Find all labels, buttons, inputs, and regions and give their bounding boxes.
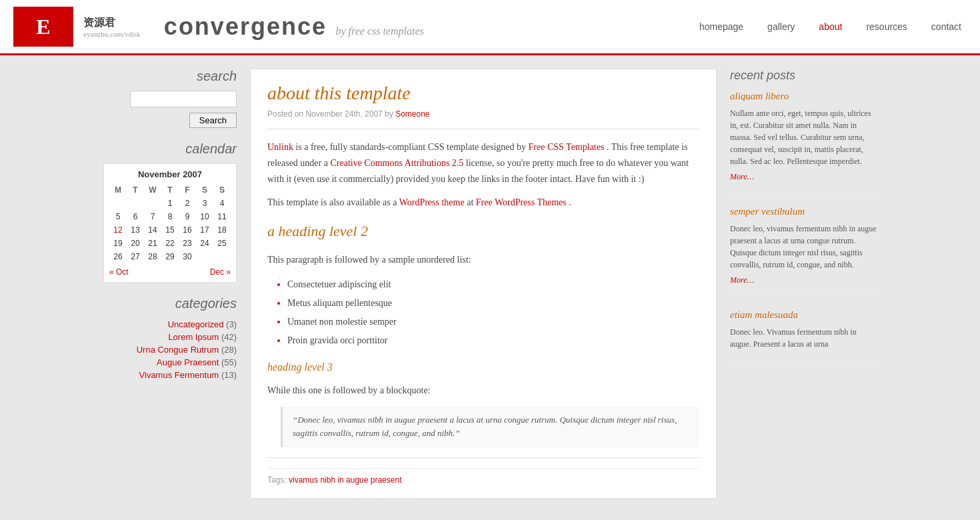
search-section: search Search <box>103 69 237 128</box>
list-item: Metus aliquam pellentesque <box>287 294 699 313</box>
calendar-nav: « Oct Dec » <box>109 267 231 277</box>
cal-day-link[interactable]: 12 <box>113 225 122 235</box>
category-count: (13) <box>221 370 237 380</box>
logo-icon: E <box>13 7 73 47</box>
cal-header-w: W <box>144 183 161 197</box>
cal-prev-link[interactable]: « Oct <box>109 267 129 277</box>
list-item: Lorem Ipsum (42) <box>103 331 237 343</box>
category-count: (3) <box>226 319 237 329</box>
wordpress-paragraph: This template is also available as a Wor… <box>267 195 699 211</box>
category-link[interactable]: Lorem Ipsum <box>168 332 219 342</box>
recent-post-item: aliquam libero Nullam ante orci, eget, t… <box>730 91 877 193</box>
logo-url: eyunzhu.com/vdisk <box>83 30 141 38</box>
tags-link[interactable]: vivamus nibh in augue praesent <box>289 475 401 485</box>
recent-post-link[interactable]: aliquam libero <box>730 91 789 101</box>
calendar-month: November 2007 <box>109 169 231 179</box>
category-link[interactable]: Augue Praesent <box>157 357 219 367</box>
nav-about[interactable]: about <box>813 18 847 35</box>
logo-text: 资源君 eyunzhu.com/vdisk <box>83 16 141 38</box>
recent-posts-title: recent posts <box>730 69 877 83</box>
category-link[interactable]: Urna Congue Rutrum <box>137 345 219 355</box>
list-item: Urna Congue Rutrum (28) <box>103 343 237 356</box>
site-subtitle: by free css templates <box>335 25 423 37</box>
cal-next-link[interactable]: Dec » <box>210 267 231 277</box>
search-box: Search <box>103 91 237 128</box>
categories-title: categories <box>103 296 237 311</box>
main-nav: homepage gallery about resources contact <box>694 18 967 35</box>
site-title-area: convergence by free css templates <box>164 13 424 41</box>
blockquote: “Donec leo, vivamus nibh in augue praese… <box>281 407 699 448</box>
post-body: Unlink is a free, fully standards-compli… <box>267 139 699 447</box>
category-link[interactable]: Uncategorized <box>168 319 224 329</box>
recent-post-title: aliquam libero <box>730 91 877 102</box>
recent-post-excerpt: Donec leo. Vivamus fermentum nibh in aug… <box>730 326 877 350</box>
calendar-title: calendar <box>103 141 237 157</box>
search-input[interactable] <box>130 91 237 107</box>
heading-level3: heading level 3 <box>267 358 699 376</box>
recent-post-title: etiam malesuada <box>730 309 877 321</box>
list-item: Augue Praesent (55) <box>103 356 237 369</box>
post-meta-text: Posted on November 24th, 2007 by <box>267 109 393 119</box>
list-item: Uncategorized (3) <box>103 318 237 331</box>
nav-contact[interactable]: contact <box>926 18 967 35</box>
sidebar-left: search Search calendar November 2007 M T… <box>103 69 237 499</box>
wordpress-theme-link[interactable]: WordPress theme <box>399 197 465 207</box>
cal-row: 5 6 7 8 9 10 11 <box>109 210 231 223</box>
creative-commons-link[interactable]: Creative Commons Attributions 2.5 <box>330 158 463 168</box>
post-title: about this template <box>267 83 699 104</box>
intro-paragraph: Unlink is a free, fully standards-compli… <box>267 139 699 187</box>
calendar-section: calendar November 2007 M T W T F S S <box>103 141 237 283</box>
calendar: November 2007 M T W T F S S <box>103 163 237 283</box>
cal-row: 19 20 21 22 23 24 25 <box>109 237 231 250</box>
category-count: (55) <box>221 357 237 367</box>
sample-list: Consectetuer adipiscing elit Metus aliqu… <box>287 275 699 349</box>
logo-area: E 资源君 eyunzhu.com/vdisk convergence by f… <box>13 7 424 47</box>
nav-gallery[interactable]: gallery <box>762 18 800 35</box>
cal-header-f: F <box>179 183 196 197</box>
search-button[interactable]: Search <box>189 113 237 128</box>
post-footer-divider <box>267 457 699 458</box>
cal-row: 26 27 28 29 30 <box>109 250 231 263</box>
nav-homepage[interactable]: homepage <box>694 18 749 35</box>
search-title: search <box>103 69 237 84</box>
post-divider <box>267 129 699 129</box>
post-author-link[interactable]: Someone <box>395 109 429 119</box>
unlink-link[interactable]: Unlink <box>267 142 293 152</box>
cal-header-s2: S <box>213 183 231 197</box>
page-wrapper: search Search calendar November 2007 M T… <box>90 55 890 512</box>
recent-post-more: More… <box>730 171 877 182</box>
heading-level2: a heading level 2 <box>267 219 699 243</box>
categories-section: categories Uncategorized (3) Lorem Ipsum… <box>103 296 237 381</box>
recent-post-excerpt: Donec leo, vivamus fermentum nibh in aug… <box>730 223 877 271</box>
calendar-table: M T W T F S S <box>109 183 231 263</box>
recent-post-title: semper vestibulum <box>730 206 877 217</box>
sidebar-right: recent posts aliquam libero Nullam ante … <box>730 69 877 499</box>
list-item: Consectetuer adipiscing elit <box>287 275 699 294</box>
recent-post-link[interactable]: semper vestibulum <box>730 206 805 217</box>
list-item: Umanet non molestie semper <box>287 313 699 331</box>
free-wp-themes-link[interactable]: Free WordPress Themes <box>476 197 567 207</box>
list-item: Proin gravida orci porttitor <box>287 331 699 350</box>
cal-header-s1: S <box>196 183 213 197</box>
more-link[interactable]: More… <box>730 172 754 181</box>
main-content: about this template Posted on November 2… <box>250 69 717 499</box>
cal-header-m: M <box>109 183 127 197</box>
nav-resources[interactable]: resources <box>861 18 912 35</box>
category-count: (28) <box>221 345 237 355</box>
recent-post-link[interactable]: etiam malesuada <box>730 309 798 320</box>
category-list: Uncategorized (3) Lorem Ipsum (42) Urna … <box>103 318 237 381</box>
recent-post-more: More… <box>730 275 877 285</box>
recent-post-excerpt: Nullam ante orci, eget, tempus quis, ult… <box>730 107 877 167</box>
post-footer: Tags: vivamus nibh in augue praesent <box>267 468 699 485</box>
cal-row: 12 13 14 15 16 17 18 <box>109 223 231 237</box>
blockquote-intro: While this one is followed by a blockquo… <box>267 383 699 399</box>
logo-brand: 资源君 <box>83 16 141 30</box>
more-link[interactable]: More… <box>730 275 754 285</box>
list-intro-paragraph: This paragraph is followed by a sample u… <box>267 252 699 268</box>
cal-header-t1: T <box>127 183 144 197</box>
list-item: Vivamus Fermentum (13) <box>103 369 237 381</box>
free-css-templates-link[interactable]: Free CSS Templates <box>529 142 605 152</box>
category-link[interactable]: Vivamus Fermentum <box>139 370 219 380</box>
post-meta: Posted on November 24th, 2007 by Someone <box>267 109 699 119</box>
header: E 资源君 eyunzhu.com/vdisk convergence by f… <box>0 0 980 55</box>
